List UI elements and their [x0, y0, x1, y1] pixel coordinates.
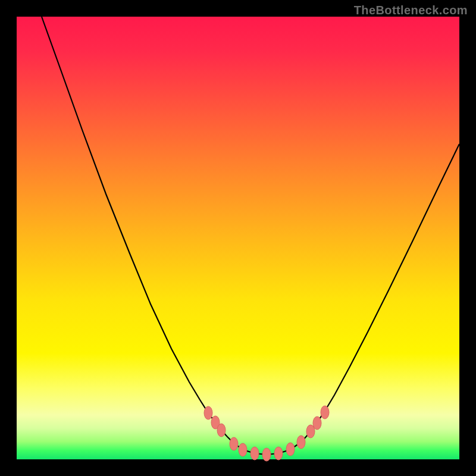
- curve-dot: [217, 424, 226, 437]
- curve-dot: [239, 443, 247, 456]
- curve-dot: [230, 437, 238, 450]
- watermark-text: TheBottleneck.com: [354, 4, 468, 17]
- curve-dot: [250, 447, 259, 460]
- curve-dots: [204, 406, 329, 461]
- bottleneck-curve: [17, 17, 459, 459]
- chart-frame: TheBottleneck.com: [0, 0, 476, 476]
- curve-dot: [321, 406, 329, 419]
- curve-dot: [204, 406, 212, 419]
- curve-dot: [274, 447, 283, 460]
- curve-dot: [286, 443, 295, 456]
- curve-dot: [297, 436, 305, 449]
- curve-dot: [313, 416, 321, 430]
- curve-path: [42, 17, 459, 455]
- curve-dot: [262, 448, 271, 461]
